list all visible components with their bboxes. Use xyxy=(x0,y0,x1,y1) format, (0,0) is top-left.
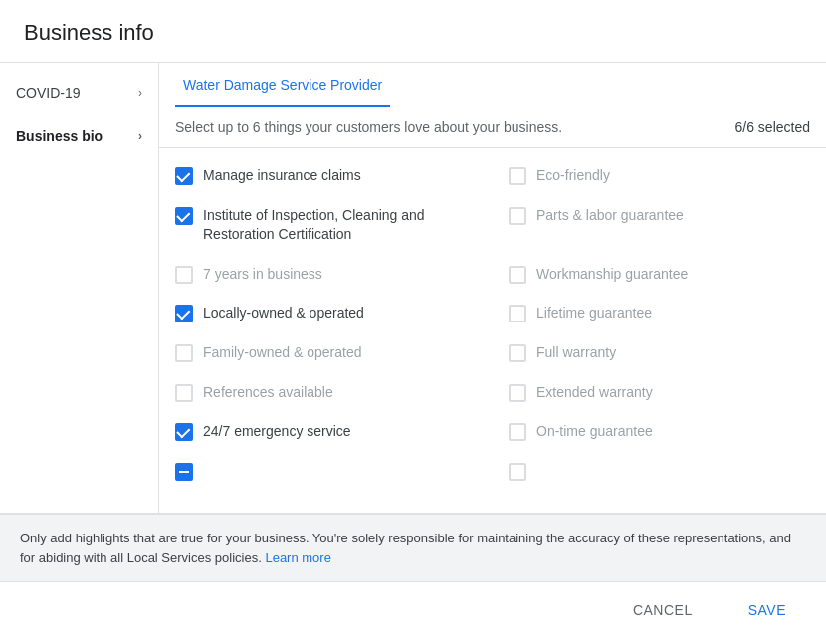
checkbox-references[interactable] xyxy=(175,384,193,402)
cancel-button[interactable]: CANCEL xyxy=(617,594,709,626)
chevron-right-icon: › xyxy=(138,86,142,100)
learn-more-link[interactable]: Learn more xyxy=(265,550,330,565)
checkbox-label: Parts & labor guarantee xyxy=(536,206,684,226)
checkbox-item[interactable]: 7 years in business xyxy=(159,255,493,295)
checkbox-label: Workmanship guarantee xyxy=(536,265,688,285)
main-layout: COVID-19 › Business bio › Water Damage S… xyxy=(0,63,826,514)
checkbox-item[interactable]: Full warranty xyxy=(493,333,826,373)
sidebar-item-business-bio[interactable]: Business bio › xyxy=(0,114,158,158)
checkbox-label: References available xyxy=(203,383,333,403)
checkbox-label: Locally-owned & operated xyxy=(203,304,364,323)
checkbox-manage-insurance[interactable] xyxy=(175,167,193,185)
checkbox-label: 7 years in business xyxy=(203,265,322,285)
checkbox-item[interactable]: Locally-owned & operated xyxy=(159,294,493,333)
selection-count: 6/6 selected xyxy=(735,119,811,135)
sidebar-item-label: Business bio xyxy=(16,128,103,144)
checkbox-item[interactable]: Eco-friendly xyxy=(493,156,826,196)
checkbox-item[interactable] xyxy=(159,452,493,491)
checkbox-label: Institute of Inspection, Cleaning and Re… xyxy=(203,206,477,245)
checkbox-item[interactable]: References available xyxy=(159,373,493,413)
checkbox-item[interactable]: On-time guarantee xyxy=(493,412,826,452)
checkbox-item[interactable] xyxy=(493,452,826,491)
page-title: Business info xyxy=(0,0,826,63)
checkbox-extended-warranty[interactable] xyxy=(509,384,526,402)
checkbox-inspection[interactable] xyxy=(175,207,193,225)
checkboxes-area: Manage insurance claims Eco-friendly Ins… xyxy=(159,148,826,513)
checkbox-item[interactable]: Lifetime guarantee xyxy=(493,294,826,333)
checkbox-workmanship[interactable] xyxy=(509,266,526,284)
checkbox-7years[interactable] xyxy=(175,266,193,284)
sidebar-item-covid[interactable]: COVID-19 › xyxy=(0,71,158,114)
checkbox-label: Lifetime guarantee xyxy=(536,304,652,323)
checkbox-eco-friendly[interactable] xyxy=(509,167,526,185)
selection-instruction: Select up to 6 things your customers lov… xyxy=(175,119,562,135)
tab-bar: Water Damage Service Provider xyxy=(159,63,826,107)
checkbox-item[interactable]: Workmanship guarantee xyxy=(493,255,826,295)
checkbox-lifetime[interactable] xyxy=(509,305,526,322)
sidebar: COVID-19 › Business bio › xyxy=(0,63,159,513)
footer-text: Only add highlights that are true for yo… xyxy=(20,531,791,565)
checkbox-parts-labor[interactable] xyxy=(509,207,526,225)
checkbox-label: Family-owned & operated xyxy=(203,343,362,363)
checkbox-item[interactable]: Parts & labor guarantee xyxy=(493,196,826,255)
checkbox-label: Extended warranty xyxy=(536,383,653,403)
checkbox-grid: Manage insurance claims Eco-friendly Ins… xyxy=(159,156,826,491)
checkbox-item[interactable]: Manage insurance claims xyxy=(159,156,493,196)
checkbox-partial-right[interactable] xyxy=(509,463,526,481)
save-button[interactable]: SAVE xyxy=(732,594,802,626)
checkbox-label: Eco-friendly xyxy=(536,166,610,186)
chevron-right-icon: › xyxy=(138,129,142,143)
checkbox-locally-owned[interactable] xyxy=(175,305,193,322)
checkbox-label: Full warranty xyxy=(536,343,616,363)
footer-notice: Only add highlights that are true for yo… xyxy=(0,514,826,581)
sidebar-item-label: COVID-19 xyxy=(16,85,81,101)
checkbox-partial-left[interactable] xyxy=(175,463,193,481)
checkbox-item[interactable]: Family-owned & operated xyxy=(159,333,493,373)
selection-header: Select up to 6 things your customers lov… xyxy=(159,107,826,148)
checkbox-item[interactable]: 24/7 emergency service xyxy=(159,412,493,452)
checkbox-item[interactable]: Extended warranty xyxy=(493,373,826,413)
content-area: Water Damage Service Provider Select up … xyxy=(159,63,826,513)
checkbox-247[interactable] xyxy=(175,423,193,441)
checkbox-label: On-time guarantee xyxy=(536,422,653,442)
checkbox-full-warranty[interactable] xyxy=(509,344,526,362)
checkbox-item[interactable]: Institute of Inspection, Cleaning and Re… xyxy=(159,196,493,255)
tab-water-damage[interactable]: Water Damage Service Provider xyxy=(175,63,390,107)
checkbox-label: Manage insurance claims xyxy=(203,166,361,186)
checkbox-family-owned[interactable] xyxy=(175,344,193,362)
action-bar: CANCEL SAVE xyxy=(0,581,826,638)
checkbox-on-time[interactable] xyxy=(509,423,526,441)
checkbox-label: 24/7 emergency service xyxy=(203,422,351,442)
